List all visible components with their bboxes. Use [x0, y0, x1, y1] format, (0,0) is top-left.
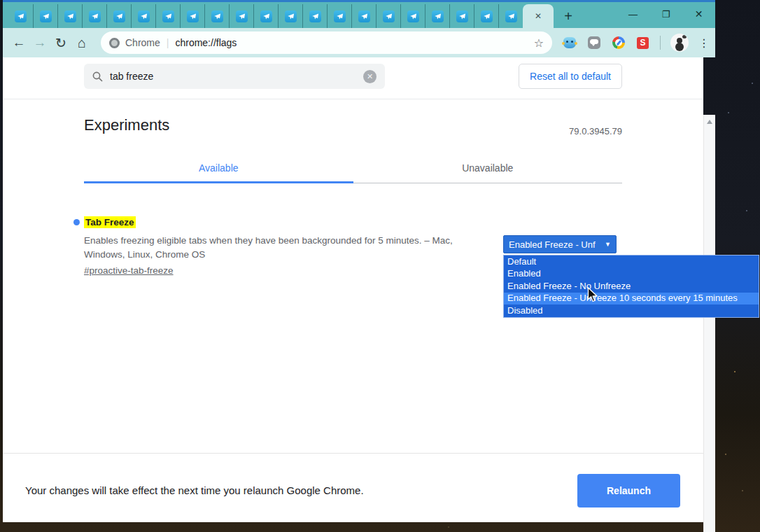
- browser-tab-telegram[interactable]: [106, 4, 131, 28]
- divider: [3, 99, 703, 99]
- telegram-icon: [113, 10, 125, 22]
- extension-s-badge-icon[interactable]: S: [637, 37, 649, 49]
- extension-mascot-icon[interactable]: [563, 37, 576, 48]
- flag-description: Enables freezing eligible tabs when they…: [84, 234, 481, 262]
- minimize-button[interactable]: —: [617, 4, 649, 24]
- page-scrollbar[interactable]: [703, 115, 715, 532]
- desktop-background: ✕ + — ❐ ✕ ← → ↻ ⌂ Chrome | chrome://flag…: [0, 0, 760, 532]
- toolbar-separator: [660, 36, 661, 50]
- browser-menu-icon[interactable]: ⋮: [698, 36, 710, 50]
- profile-avatar[interactable]: [670, 34, 689, 52]
- extensions-row: S: [563, 36, 649, 49]
- telegram-icon: [456, 10, 468, 22]
- browser-tab-telegram[interactable]: [498, 4, 523, 28]
- tab-available[interactable]: Available: [84, 155, 353, 183]
- telegram-icon: [432, 10, 444, 22]
- flag-permalink[interactable]: #proactive-tab-freeze: [84, 265, 174, 276]
- browser-tab-telegram[interactable]: [449, 4, 474, 28]
- flag-entry-tab-freeze: Tab Freeze Enables freezing eligible tab…: [73, 216, 493, 276]
- browser-tab-telegram[interactable]: [180, 4, 204, 28]
- flag-modified-dot: [73, 219, 80, 225]
- url-text[interactable]: chrome://flags: [175, 37, 533, 48]
- star-speck: [728, 112, 729, 113]
- active-tab-flags[interactable]: ✕: [523, 4, 554, 28]
- reload-button[interactable]: ↻: [50, 35, 71, 51]
- dropdown-option[interactable]: Default: [504, 255, 759, 268]
- dropdown-option[interactable]: Disabled: [504, 304, 759, 317]
- telegram-icon: [40, 10, 52, 22]
- tab-close-icon[interactable]: ✕: [535, 12, 542, 20]
- telegram-icon: [358, 10, 370, 22]
- star-speck: [734, 371, 736, 372]
- browser-tab-telegram[interactable]: [204, 4, 229, 28]
- browser-tab-telegram[interactable]: [278, 4, 302, 28]
- star-speck: [725, 454, 726, 455]
- telegram-icon: [407, 10, 419, 22]
- relaunch-button[interactable]: Relaunch: [577, 474, 680, 507]
- bookmark-star-icon[interactable]: ☆: [534, 36, 544, 50]
- new-tab-button[interactable]: +: [559, 6, 577, 27]
- window-controls: — ❐ ✕: [617, 4, 715, 24]
- site-chip-label: Chrome: [125, 37, 160, 48]
- maximize-button[interactable]: ❐: [649, 4, 682, 24]
- back-button[interactable]: ←: [8, 35, 29, 50]
- flags-search-box[interactable]: ✕: [84, 64, 385, 89]
- browser-tab-telegram[interactable]: [155, 4, 180, 28]
- dropdown-option[interactable]: Enabled Freeze - Unfreeze 10 seconds eve…: [504, 293, 759, 305]
- chevron-down-icon: ▼: [605, 241, 611, 248]
- browser-window: ✕ + — ❐ ✕ ← → ↻ ⌂ Chrome | chrome://flag…: [3, 0, 715, 522]
- dropdown-option[interactable]: Enabled: [504, 268, 759, 281]
- telegram-icon: [89, 10, 101, 22]
- browser-tab-telegram[interactable]: [229, 4, 253, 28]
- browser-tab-telegram[interactable]: [82, 4, 106, 28]
- flag-select-dropdown[interactable]: Enabled Freeze - Unf ▼: [503, 235, 617, 253]
- telegram-icon: [481, 10, 493, 22]
- forward-button: →: [29, 35, 50, 50]
- telegram-icon: [162, 10, 174, 22]
- relaunch-footer-bar: Your changes will take effect the next t…: [3, 453, 703, 522]
- chip-separator: |: [167, 37, 169, 48]
- telegram-icon: [334, 10, 346, 22]
- flag-name-highlighted: Tab Freeze: [84, 216, 136, 228]
- flags-tab-bar: Available Unavailable: [84, 155, 622, 183]
- chrome-logo-icon: [109, 38, 120, 48]
- telegram-icon: [285, 10, 297, 22]
- browser-tab-telegram[interactable]: [376, 4, 400, 28]
- tab-unavailable[interactable]: Unavailable: [353, 155, 623, 183]
- browser-tab-telegram[interactable]: [302, 4, 327, 28]
- window-close-button[interactable]: ✕: [682, 4, 715, 24]
- dropdown-option[interactable]: Enabled Freeze - No Unfreeze: [504, 280, 759, 293]
- search-icon: [92, 71, 103, 82]
- address-bar[interactable]: Chrome | chrome://flags ☆: [101, 31, 552, 54]
- browser-tab-telegram[interactable]: [131, 4, 155, 28]
- home-button[interactable]: ⌂: [71, 35, 92, 51]
- star-speck: [448, 526, 449, 528]
- star-speck: [742, 490, 743, 491]
- extension-line-icon[interactable]: [588, 36, 600, 49]
- browser-tab-telegram[interactable]: [400, 4, 425, 28]
- flag-select-value: Enabled Freeze - Unf: [509, 239, 596, 250]
- browser-tab-telegram[interactable]: [425, 4, 449, 28]
- tab-strip: ✕ + — ❐ ✕: [3, 2, 715, 28]
- browser-tab-telegram[interactable]: [8, 4, 33, 28]
- page-title: Experiments: [84, 116, 169, 134]
- clear-search-icon[interactable]: ✕: [363, 70, 377, 83]
- telegram-icon: [64, 10, 76, 22]
- browser-tab-telegram[interactable]: [351, 4, 376, 28]
- scrollbar-up-icon[interactable]: [707, 120, 712, 124]
- browser-tab-telegram[interactable]: [57, 4, 82, 28]
- star-speck: [746, 210, 747, 211]
- telegram-icon: [138, 10, 150, 22]
- flags-search-input[interactable]: [110, 71, 363, 82]
- reset-all-button[interactable]: Reset all to default: [519, 64, 622, 89]
- telegram-icon: [505, 10, 517, 22]
- browser-tab-telegram[interactable]: [33, 4, 57, 28]
- browser-tab-telegram[interactable]: [327, 4, 351, 28]
- extension-google-pencil-icon[interactable]: [612, 36, 625, 49]
- browser-toolbar: ← → ↻ ⌂ Chrome | chrome://flags ☆ S ⋮: [3, 28, 715, 57]
- telegram-icon: [383, 10, 395, 22]
- telegram-icon: [15, 10, 27, 22]
- browser-tab-telegram[interactable]: [474, 4, 498, 28]
- telegram-icon: [211, 10, 223, 22]
- browser-tab-telegram[interactable]: [253, 4, 278, 28]
